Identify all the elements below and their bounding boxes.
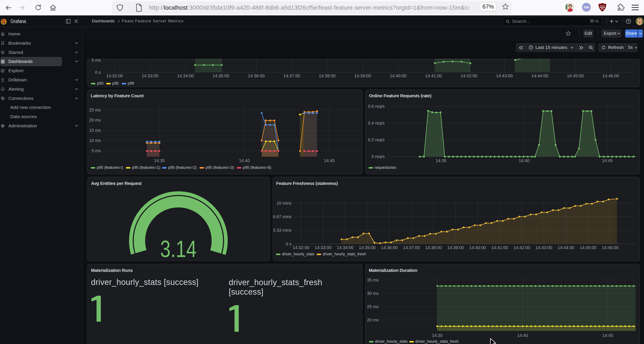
svg-text:14:45: 14:45 bbox=[602, 333, 613, 338]
svg-text:14:40: 14:40 bbox=[517, 333, 528, 338]
svg-text:20 ms: 20 ms bbox=[367, 317, 379, 322]
svg-text:35 ms: 35 ms bbox=[367, 278, 379, 282]
svg-text:14:35: 14:35 bbox=[432, 333, 442, 338]
svg-text:30 ms: 30 ms bbox=[367, 291, 379, 296]
svg-text:25 ms: 25 ms bbox=[367, 304, 379, 309]
